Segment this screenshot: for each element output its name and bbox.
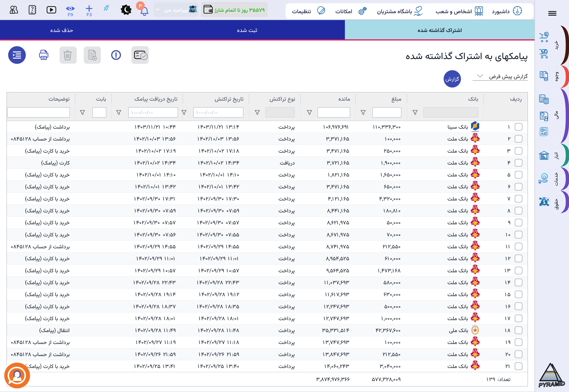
svg-text:F3: F3: [86, 12, 92, 17]
svg-text:F9: F9: [68, 12, 73, 17]
